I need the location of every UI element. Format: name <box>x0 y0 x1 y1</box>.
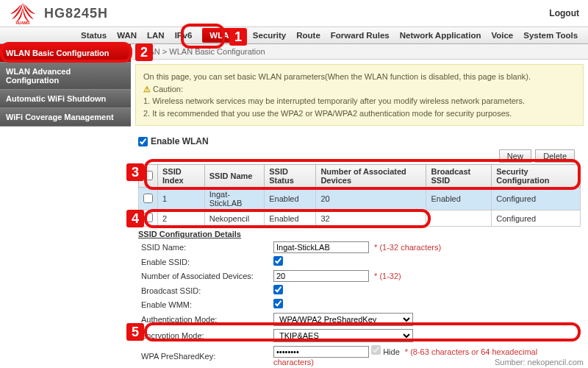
notice-intro: On this page, you can set basic WLAN par… <box>143 71 576 83</box>
main-area: WLAN Basic Configuration WLAN Advanced C… <box>0 44 588 368</box>
sidebar-item-wlan-advanced[interactable]: WLAN Advanced Configuration <box>0 63 131 90</box>
details-title: SSID Configuration Details <box>138 230 581 238</box>
callout-badge-5: 5 <box>126 323 144 341</box>
broadcast-checkbox[interactable] <box>273 285 283 294</box>
ssid-config-form: SSID Name: * (1-32 characters) Enable SS… <box>138 240 581 368</box>
col-security: Security Configuration <box>492 165 581 188</box>
tab-voice[interactable]: Voice <box>491 31 513 40</box>
callout-badge-2: 2 <box>135 43 153 61</box>
row2-select[interactable] <box>143 213 153 222</box>
tab-network-application[interactable]: Network Application <box>400 31 481 40</box>
enable-wlan-checkbox[interactable] <box>138 137 148 146</box>
wmm-label: Enable WMM: <box>138 297 270 311</box>
tab-route[interactable]: Route <box>296 31 320 40</box>
sidebar-item-auto-wifi-shutdown[interactable]: Automatic WiFi Shutdown <box>0 90 131 108</box>
hide-psk-checkbox[interactable] <box>371 345 381 355</box>
tab-lan[interactable]: LAN <box>147 31 165 40</box>
col-ssid-index: SSID Index <box>158 165 205 188</box>
logout-link[interactable]: Logout <box>549 8 579 18</box>
enable-wlan-label: Enable WLAN <box>151 136 209 146</box>
ssid-table: SSID Index SSID Name SSID Status Number … <box>138 164 581 227</box>
warning-icon: ⚠ <box>143 85 151 93</box>
col-ssid-status: SSID Status <box>265 165 316 188</box>
delete-button[interactable]: Delete <box>535 149 575 163</box>
assoc-hint: * (1-32) <box>374 272 401 280</box>
assoc-label: Number of Associated Devices: <box>138 269 270 283</box>
caution-notice: On this page, you can set basic WLAN par… <box>135 64 584 126</box>
assoc-input[interactable] <box>273 270 369 282</box>
col-broadcast: Broadcast SSID <box>426 165 492 188</box>
callout-badge-1: 1 <box>229 28 247 46</box>
callout-badge-4: 4 <box>126 210 144 227</box>
ssid-name-hint: * (1-32 characters) <box>374 243 441 252</box>
sidebar-item-wifi-coverage[interactable]: WiFi Coverage Management <box>0 108 131 127</box>
col-assoc-devices: Number of Associated Devices <box>316 165 426 188</box>
sidebar: WLAN Basic Configuration WLAN Advanced C… <box>0 44 131 368</box>
row1-select[interactable] <box>143 194 153 203</box>
auth-mode-label: Authentication Mode: <box>138 311 270 328</box>
broadcast-label: Broadcast SSID: <box>138 283 270 297</box>
tab-wan[interactable]: WAN <box>117 31 137 40</box>
tab-ipv6[interactable]: IPv6 <box>175 31 193 40</box>
table-row[interactable]: 1 Ingat-StickLAB Enabled 20 Enabled Conf… <box>139 188 581 210</box>
auth-mode-select[interactable]: WPA/WPA2 PreSharedKey <box>273 313 413 326</box>
enable-ssid-checkbox[interactable] <box>273 256 283 266</box>
header-bar: HUAWEI HG8245H Logout <box>0 0 588 26</box>
notice-caution: Caution: <box>153 85 183 93</box>
ssid-name-label: SSID Name: <box>138 240 270 255</box>
enc-mode-select[interactable]: TKIP&AES <box>273 329 413 342</box>
new-button[interactable]: New <box>499 149 531 163</box>
huawei-logo: HUAWEI <box>9 1 37 25</box>
ssid-name-input[interactable] <box>273 241 369 253</box>
psk-input[interactable] <box>273 346 369 358</box>
col-ssid-name: SSID Name <box>204 165 264 188</box>
tab-security[interactable]: Security <box>253 31 286 40</box>
tab-status[interactable]: Status <box>81 31 107 40</box>
notice-line1: 1. Wireless network services may be inte… <box>143 95 576 107</box>
table-row[interactable]: 2 Nekopencil Enabled 32 Configured <box>139 210 581 227</box>
enable-ssid-label: Enable SSID: <box>138 255 270 269</box>
enc-mode-label: Encryption Mode: <box>138 328 270 344</box>
source-attribution: Sumber: nekopencil.com <box>495 358 584 367</box>
top-nav: Status WAN LAN IPv6 WLAN Security Route … <box>0 26 588 44</box>
breadcrumb: WLAN > WLAN Basic Configuration <box>131 44 588 60</box>
model-title: HG8245H <box>44 6 108 21</box>
svg-text:HUAWEI: HUAWEI <box>16 21 30 25</box>
hide-psk-label: Hide <box>383 347 400 356</box>
sidebar-item-wlan-basic[interactable]: WLAN Basic Configuration <box>0 44 131 63</box>
wmm-checkbox[interactable] <box>273 299 283 308</box>
tab-system-tools[interactable]: System Tools <box>523 31 578 40</box>
notice-line2: 2. It is recommended that you use the WP… <box>143 107 576 120</box>
ssid-select-all[interactable] <box>143 171 153 180</box>
callout-badge-3: 3 <box>126 163 144 181</box>
tab-forward-rules[interactable]: Forward Rules <box>331 31 390 40</box>
psk-label: WPA PreSharedKey: <box>138 344 270 368</box>
content-panel: WLAN > WLAN Basic Configuration On this … <box>131 44 588 368</box>
